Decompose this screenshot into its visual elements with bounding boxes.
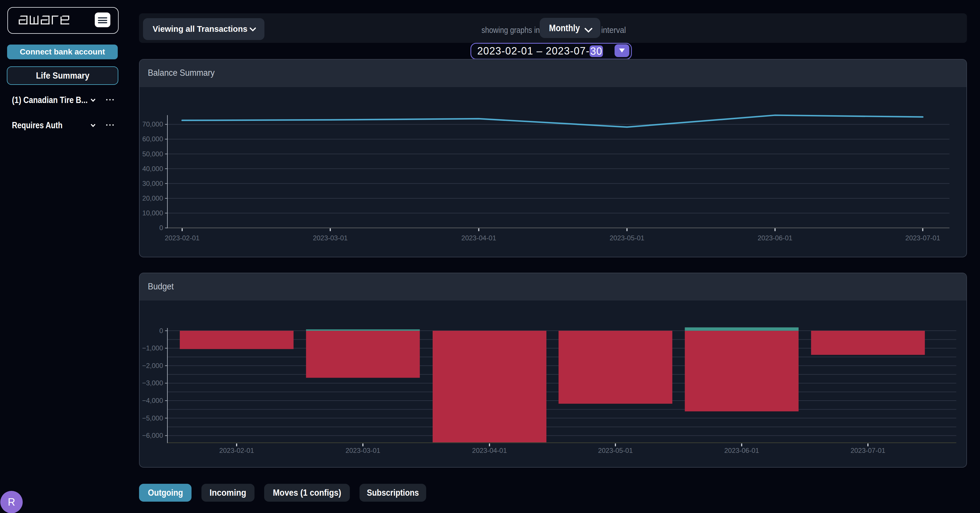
svg-text:−2,000: −2,000 (142, 362, 163, 370)
svg-text:70,000: 70,000 (142, 120, 163, 128)
svg-text:0: 0 (159, 327, 163, 335)
svg-text:50,000: 50,000 (142, 150, 163, 158)
svg-text:2023-06-01: 2023-06-01 (757, 234, 792, 242)
svg-text:2023-07-01: 2023-07-01 (850, 447, 885, 454)
svg-text:10,000: 10,000 (142, 209, 163, 217)
svg-text:−6,000: −6,000 (142, 432, 163, 439)
svg-text:−5,000: −5,000 (142, 414, 163, 422)
svg-text:−4,000: −4,000 (142, 397, 163, 404)
svg-text:−1,000: −1,000 (142, 344, 163, 352)
svg-text:−3,000: −3,000 (142, 379, 163, 387)
svg-text:2023-03-01: 2023-03-01 (313, 234, 348, 242)
svg-text:2023-05-01: 2023-05-01 (609, 234, 644, 242)
svg-text:2023-02-01: 2023-02-01 (219, 447, 254, 454)
svg-text:2023-03-01: 2023-03-01 (345, 447, 380, 454)
svg-text:2023-05-01: 2023-05-01 (598, 447, 633, 454)
svg-text:0: 0 (159, 224, 163, 231)
svg-text:2023-02-01: 2023-02-01 (165, 234, 199, 242)
svg-text:30,000: 30,000 (142, 180, 163, 187)
svg-text:40,000: 40,000 (142, 165, 163, 172)
svg-text:2023-07-01: 2023-07-01 (905, 234, 940, 242)
svg-text:20,000: 20,000 (142, 194, 163, 202)
svg-text:2023-06-01: 2023-06-01 (724, 447, 759, 454)
svg-text:60,000: 60,000 (142, 135, 163, 143)
svg-text:2023-04-01: 2023-04-01 (461, 234, 496, 242)
svg-text:2023-04-01: 2023-04-01 (472, 447, 507, 454)
